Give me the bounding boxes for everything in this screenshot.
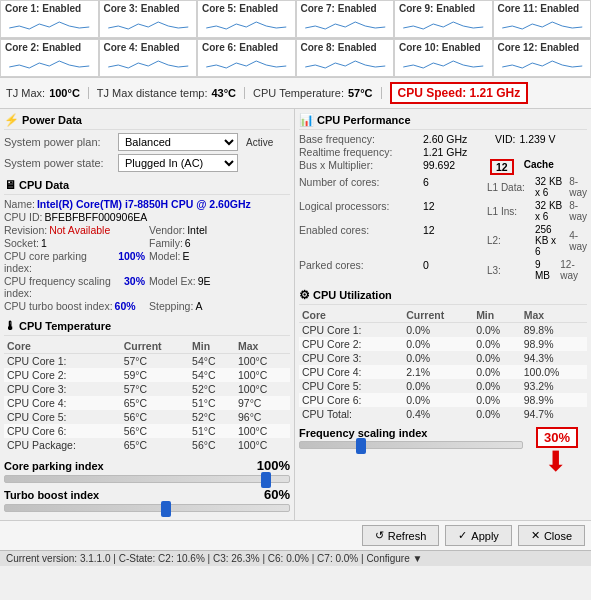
core-cell-core4[interactable]: Core 4: Enabled (99, 39, 198, 77)
l2-value: 256 KB x 6 (535, 224, 563, 257)
cpu-model-ex-label: Model Ex: (149, 275, 196, 299)
cpu-data-label: CPU Data (19, 179, 69, 191)
refresh-label: Refresh (388, 530, 427, 542)
temp-cell-core: CPU Core 3: (4, 382, 121, 396)
power-plan-label: System power plan: (4, 136, 114, 148)
temp-cell-current: 56°C (121, 424, 189, 438)
parked-cores-row: Parked cores: 0 (299, 259, 483, 281)
l3-row: L3: 9 MB 12-way (487, 259, 587, 281)
temp-cell-min: 54°C (189, 368, 235, 382)
temp-cell-min: 51°C (189, 396, 235, 410)
power-state-row: System power state: Plugged In (AC) (4, 154, 290, 172)
core-label-core6: Core 6: Enabled (202, 42, 291, 53)
temp-cell-max: 96°C (235, 410, 290, 424)
cpu-revision-value: Not Available (49, 224, 110, 236)
cpu-utilization-section: ⚙ CPU Utilization Core Current Min Max C… (299, 288, 587, 421)
apply-label: Apply (471, 530, 499, 542)
tj-dist-label: TJ Max distance temp: (97, 87, 208, 99)
freq-scaling-track[interactable] (299, 441, 523, 449)
turbo-boost-thumb[interactable] (161, 501, 171, 517)
util-col-max: Max (521, 308, 587, 323)
perf-icon: 📊 (299, 113, 314, 127)
cpu-model-ex-value: 9E (198, 275, 211, 299)
core-cell-core1[interactable]: Core 1: Enabled (0, 0, 99, 38)
core-cell-core10[interactable]: Core 10: Enabled (394, 39, 493, 77)
temp-cell-core: CPU Package: (4, 438, 121, 452)
thermometer-icon: 🌡 (4, 319, 16, 333)
core-cell-core6[interactable]: Core 6: Enabled (197, 39, 296, 77)
temp-cell-core: CPU Core 6: (4, 424, 121, 438)
util-col-core: Core (299, 308, 403, 323)
cpu-name-row: Name: Intel(R) Core(TM) i7-8850H CPU @ 2… (4, 198, 290, 210)
core-parking-thumb[interactable] (261, 472, 271, 488)
close-button[interactable]: ✕ Close (518, 525, 585, 546)
parked-cores-value: 0 (423, 259, 483, 281)
cpu-vendor-value: Intel (187, 224, 207, 236)
core-cell-core5[interactable]: Core 5: Enabled (197, 0, 296, 38)
freq-scaling-thumb[interactable] (356, 438, 366, 454)
cache-label: Cache (524, 159, 554, 175)
cpu-family-row: Family: 6 (149, 237, 290, 249)
table-row: CPU Core 2:59°C54°C100°C (4, 368, 290, 382)
core-cell-core8[interactable]: Core 8: Enabled (296, 39, 395, 77)
core-cell-core12[interactable]: Core 12: Enabled (493, 39, 592, 77)
cpu-vendor-label: Vendor: (149, 224, 185, 236)
bus-mult-row: Bus x Multiplier: 99.692 12 Cache (299, 159, 587, 175)
cpu-model-value: E (183, 250, 190, 274)
table-row: CPU Core 5:56°C52°C96°C (4, 410, 290, 424)
cpu-socket-label: Socket: (4, 237, 39, 249)
core-label-core11: Core 11: Enabled (498, 3, 587, 14)
freq-scaling-value: 30% (536, 427, 578, 448)
apply-button[interactable]: ✓ Apply (445, 525, 512, 546)
util-col-current: Current (403, 308, 473, 323)
core-cell-core7[interactable]: Core 7: Enabled (296, 0, 395, 38)
vid-label: VID: (495, 133, 515, 145)
temp-col-max: Max (235, 339, 290, 354)
realtime-freq-row: Realtime frequency: 1.21 GHz (299, 146, 587, 158)
active-badge: Active (246, 137, 273, 148)
freq-scaling-container: Frequency scaling index 30% ⬇ (299, 427, 587, 476)
turbo-boost-track[interactable] (4, 504, 290, 512)
core-cell-core9[interactable]: Core 9: Enabled (394, 0, 493, 38)
temp-cell-max: 97°C (235, 396, 290, 410)
temp-col-current: Current (121, 339, 189, 354)
temp-cell-max: 100°C (235, 354, 290, 369)
temp-col-core: Core (4, 339, 121, 354)
power-data-section: ⚡ Power Data System power plan: Balanced… (4, 113, 290, 172)
cores-row1: Core 1: EnabledCore 3: EnabledCore 5: En… (0, 0, 591, 39)
main-panels: ⚡ Power Data System power plan: Balanced… (0, 109, 591, 520)
realtime-freq-value: 1.21 GHz (423, 146, 483, 158)
cpu-stepping-label: Stepping: (149, 300, 193, 312)
power-state-select[interactable]: Plugged In (AC) (118, 154, 238, 172)
core-cell-core2[interactable]: Core 2: Enabled (0, 39, 99, 77)
close-icon: ✕ (531, 529, 540, 542)
util-cell-min: 0.0% (473, 323, 521, 338)
tj-dist-value: 43°C (211, 87, 236, 99)
core-parking-value: 100% (257, 458, 290, 473)
l3-way: 12-way (560, 259, 587, 281)
util-cell-current: 0.0% (403, 351, 473, 365)
cpu-scaling-label: CPU frequency scaling index: (4, 275, 122, 299)
util-cell-max: 98.9% (521, 393, 587, 407)
util-col-min: Min (473, 308, 521, 323)
version-label: Current version: 3.1.1.0 (6, 553, 111, 564)
l1-data-row: L1 Data: 32 KB x 6 8-way (487, 176, 587, 198)
refresh-button[interactable]: ↺ Refresh (362, 525, 440, 546)
cpu-turbo-label: CPU turbo boost index: (4, 300, 113, 312)
cpu-util-header: ⚙ CPU Utilization (299, 288, 587, 305)
core-cell-core11[interactable]: Core 11: Enabled (493, 0, 592, 38)
core-parking-label-row: Core parking index 100% (4, 458, 290, 473)
table-row: CPU Core 1:0.0%0.0%89.8% (299, 323, 587, 338)
cpu-data-section: 🖥 CPU Data Name: Intel(R) Core(TM) i7-88… (4, 178, 290, 313)
core-cell-core3[interactable]: Core 3: Enabled (99, 0, 198, 38)
util-cell-core: CPU Core 2: (299, 337, 403, 351)
bus-mult-label: Bus x Multiplier: (299, 159, 419, 175)
core-parking-track[interactable] (4, 475, 290, 483)
left-panel: ⚡ Power Data System power plan: Balanced… (0, 109, 295, 520)
cpu-temp-label: CPU Temperature: (253, 87, 344, 99)
table-row: CPU Core 3:0.0%0.0%94.3% (299, 351, 587, 365)
cpu-speed-value: 1.21 GHz (470, 86, 521, 100)
cpu-socket-row: Socket: 1 (4, 237, 145, 249)
util-icon: ⚙ (299, 288, 310, 302)
power-plan-select[interactable]: Balanced (118, 133, 238, 151)
